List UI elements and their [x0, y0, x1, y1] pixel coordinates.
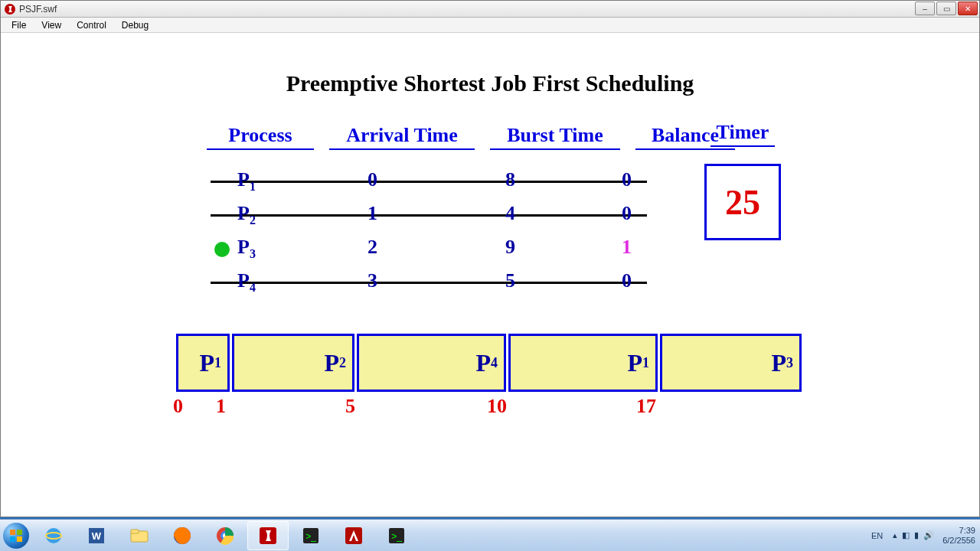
gantt-time-label: 1: [216, 395, 226, 418]
flash-content: Preemptive Shortest Job First Scheduling…: [2, 34, 978, 516]
header-process: Process: [207, 124, 314, 150]
tray-network-icon[interactable]: ◧: [902, 530, 910, 540]
cell-arrival: 2: [368, 236, 377, 259]
cell-balance: 0: [622, 269, 632, 292]
strike-line: [211, 214, 647, 217]
language-indicator[interactable]: EN: [871, 531, 883, 540]
table-row: P3291: [184, 236, 796, 269]
menubar: File View Control Debug: [1, 18, 979, 33]
clock-date: 6/2/2556: [942, 536, 975, 546]
cell-burst: 8: [505, 168, 515, 191]
cell-process: P2: [237, 202, 256, 227]
gantt-box: P4: [357, 334, 506, 392]
gantt-time-label: 0: [173, 395, 183, 418]
cell-process: P3: [237, 236, 256, 261]
svg-rect-18: [345, 527, 362, 544]
tray-volume-icon[interactable]: 🔊: [923, 530, 934, 540]
gantt-time-label: 10: [487, 395, 507, 418]
start-button[interactable]: [0, 520, 32, 552]
svg-point-5: [46, 528, 61, 543]
table-row: P4350: [184, 269, 796, 303]
tray-up-icon[interactable]: ▴: [893, 530, 897, 540]
cell-balance: 0: [622, 168, 632, 191]
menu-view[interactable]: View: [34, 18, 69, 32]
timer-area: Timer 25: [704, 121, 781, 240]
taskbar-item-firefox[interactable]: [162, 521, 203, 550]
svg-rect-2: [17, 530, 22, 535]
svg-rect-3: [10, 536, 15, 542]
clock[interactable]: 7:39 6/2/2556: [942, 526, 975, 546]
close-button[interactable]: ✕: [958, 2, 978, 15]
taskbar-item-adobe[interactable]: [333, 521, 374, 550]
svg-rect-4: [17, 536, 22, 542]
minimize-button[interactable]: –: [915, 2, 935, 15]
header-burst: Burst Time: [490, 124, 620, 150]
cell-burst: 5: [505, 269, 515, 292]
clock-time: 7:39: [942, 526, 975, 536]
taskbar-item-flash[interactable]: [247, 521, 289, 550]
svg-rect-1: [10, 530, 15, 535]
cell-arrival: 0: [368, 168, 377, 191]
svg-rect-10: [131, 530, 139, 533]
window-title: PSJF.swf: [19, 4, 57, 15]
system-tray[interactable]: ▴ ◧ ▮ 🔊: [890, 530, 936, 540]
cell-burst: 4: [505, 202, 515, 225]
desktop: PSJF.swf – ▭ ✕ File View Control Debug P…: [0, 0, 980, 551]
taskbar-items: W>_>_: [32, 521, 418, 550]
gantt-time-label: 17: [636, 395, 656, 418]
gantt-time-labels: 0151017: [173, 395, 808, 418]
taskbar-item-word[interactable]: W: [76, 521, 117, 550]
taskbar-item-explorer[interactable]: [119, 521, 160, 550]
cell-arrival: 3: [368, 269, 377, 292]
taskbar-item-chrome[interactable]: [204, 521, 246, 550]
taskbar-item-shell1[interactable]: >_: [290, 521, 332, 550]
gantt-chart: P1P2P4P1P3: [176, 334, 812, 392]
menu-control[interactable]: Control: [69, 18, 114, 32]
window-controls: – ▭ ✕: [913, 2, 978, 15]
process-table: Process Arrival Time Burst Time Balance …: [184, 124, 796, 303]
cell-arrival: 1: [368, 202, 377, 225]
active-indicator-icon: [214, 242, 230, 257]
maximize-button[interactable]: ▭: [936, 2, 956, 15]
gantt-box: P1: [176, 334, 230, 392]
taskbar-item-ie[interactable]: [33, 521, 74, 550]
titlebar[interactable]: PSJF.swf – ▭ ✕: [1, 1, 979, 18]
strike-line: [211, 181, 647, 183]
svg-text:>_: >_: [391, 531, 402, 542]
cell-burst: 9: [505, 236, 515, 259]
app-window: PSJF.swf – ▭ ✕ File View Control Debug P…: [0, 0, 980, 517]
svg-text:>_: >_: [305, 531, 316, 542]
gantt-box: P1: [508, 334, 658, 392]
header-arrival: Arrival Time: [329, 124, 475, 150]
flash-app-icon: [4, 3, 16, 15]
cell-balance: 0: [622, 202, 632, 225]
menu-debug[interactable]: Debug: [114, 18, 156, 32]
page-title: Preemptive Shortest Job First Scheduling: [2, 70, 978, 96]
taskbar-item-shell2[interactable]: >_: [376, 521, 417, 550]
gantt-time-label: 5: [345, 395, 355, 418]
strike-line: [211, 282, 647, 284]
cell-balance: 1: [622, 236, 632, 259]
cell-process: P1: [237, 168, 256, 194]
menu-file[interactable]: File: [4, 18, 34, 32]
svg-text:W: W: [92, 530, 102, 542]
timer-label: Timer: [710, 121, 776, 147]
taskbar[interactable]: W>_>_ EN ▴ ◧ ▮ 🔊 7:39 6/2/2556: [0, 519, 980, 551]
tray-wifi-icon[interactable]: ▮: [914, 530, 919, 540]
timer-value: 25: [704, 164, 781, 240]
cell-process: P4: [237, 269, 256, 295]
gantt-box: P2: [232, 334, 354, 392]
gantt-box: P3: [660, 334, 802, 392]
